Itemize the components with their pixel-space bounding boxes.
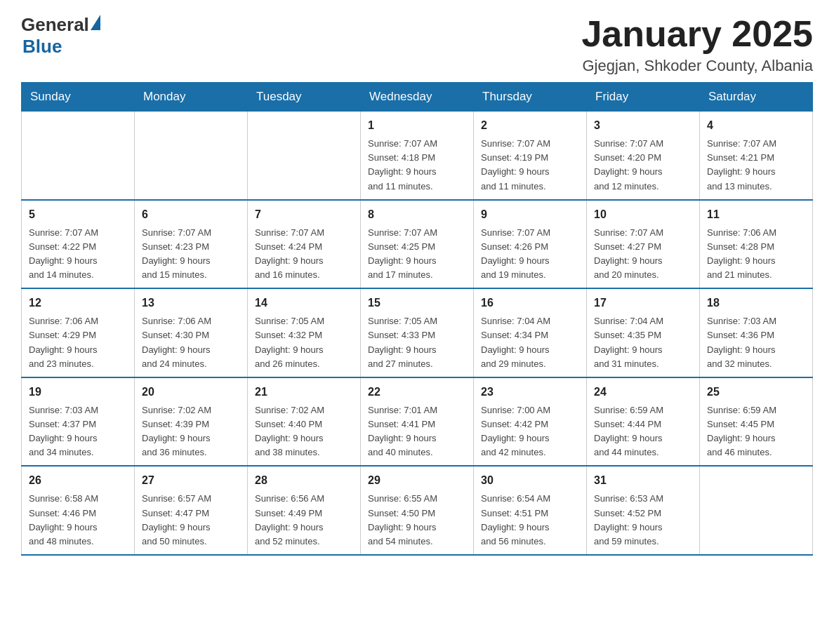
day-number: 15 xyxy=(368,295,466,311)
day-number: 30 xyxy=(481,472,579,489)
calendar-day-cell: 5Sunrise: 7:07 AM Sunset: 4:22 PM Daylig… xyxy=(22,200,135,289)
day-info: Sunrise: 7:02 AM Sunset: 4:39 PM Dayligh… xyxy=(142,403,240,460)
calendar-day-cell: 17Sunrise: 7:04 AM Sunset: 4:35 PM Dayli… xyxy=(587,288,700,377)
calendar-day-cell: 24Sunrise: 6:59 AM Sunset: 4:44 PM Dayli… xyxy=(587,377,700,467)
day-info: Sunrise: 7:01 AM Sunset: 4:41 PM Dayligh… xyxy=(368,403,466,460)
day-info: Sunrise: 7:02 AM Sunset: 4:40 PM Dayligh… xyxy=(255,403,353,460)
calendar-day-cell: 28Sunrise: 6:56 AM Sunset: 4:49 PM Dayli… xyxy=(248,466,361,555)
day-number: 10 xyxy=(594,206,692,223)
day-number: 13 xyxy=(142,295,240,311)
day-info: Sunrise: 7:07 AM Sunset: 4:27 PM Dayligh… xyxy=(594,226,692,283)
day-info: Sunrise: 7:07 AM Sunset: 4:26 PM Dayligh… xyxy=(481,226,579,283)
calendar-day-cell: 30Sunrise: 6:54 AM Sunset: 4:51 PM Dayli… xyxy=(474,466,587,555)
calendar-day-header: Sunday xyxy=(22,83,135,112)
calendar-day-cell: 7Sunrise: 7:07 AM Sunset: 4:24 PM Daylig… xyxy=(248,200,361,289)
day-info: Sunrise: 7:06 AM Sunset: 4:30 PM Dayligh… xyxy=(142,314,240,371)
calendar-day-cell: 22Sunrise: 7:01 AM Sunset: 4:41 PM Dayli… xyxy=(361,377,474,467)
calendar-day-cell: 19Sunrise: 7:03 AM Sunset: 4:37 PM Dayli… xyxy=(22,377,135,467)
day-info: Sunrise: 7:03 AM Sunset: 4:37 PM Dayligh… xyxy=(29,403,127,460)
day-info: Sunrise: 6:56 AM Sunset: 4:49 PM Dayligh… xyxy=(255,492,353,549)
day-info: Sunrise: 6:55 AM Sunset: 4:50 PM Dayligh… xyxy=(368,492,466,549)
day-info: Sunrise: 7:06 AM Sunset: 4:28 PM Dayligh… xyxy=(707,226,805,283)
calendar-day-cell: 6Sunrise: 7:07 AM Sunset: 4:23 PM Daylig… xyxy=(135,200,248,289)
day-number: 29 xyxy=(368,472,466,489)
day-info: Sunrise: 6:54 AM Sunset: 4:51 PM Dayligh… xyxy=(481,492,579,549)
calendar-week-row: 5Sunrise: 7:07 AM Sunset: 4:22 PM Daylig… xyxy=(22,200,813,289)
day-number: 24 xyxy=(594,384,692,401)
calendar-day-cell: 10Sunrise: 7:07 AM Sunset: 4:27 PM Dayli… xyxy=(587,200,700,289)
title-block: January 2025 Gjegjan, Shkoder County, Al… xyxy=(581,14,813,75)
day-number: 9 xyxy=(481,206,579,223)
calendar-day-cell: 12Sunrise: 7:06 AM Sunset: 4:29 PM Dayli… xyxy=(22,288,135,377)
calendar-day-header: Thursday xyxy=(474,83,587,112)
day-number: 31 xyxy=(594,472,692,489)
calendar-day-cell: 20Sunrise: 7:02 AM Sunset: 4:39 PM Dayli… xyxy=(135,377,248,467)
day-number: 16 xyxy=(481,295,579,311)
calendar-day-cell: 3Sunrise: 7:07 AM Sunset: 4:20 PM Daylig… xyxy=(587,112,700,200)
day-info: Sunrise: 7:07 AM Sunset: 4:19 PM Dayligh… xyxy=(481,137,579,194)
day-info: Sunrise: 7:03 AM Sunset: 4:36 PM Dayligh… xyxy=(707,314,805,371)
day-info: Sunrise: 7:07 AM Sunset: 4:22 PM Dayligh… xyxy=(29,226,127,283)
day-info: Sunrise: 6:58 AM Sunset: 4:46 PM Dayligh… xyxy=(29,492,127,549)
day-number: 25 xyxy=(707,384,805,401)
day-info: Sunrise: 7:06 AM Sunset: 4:29 PM Dayligh… xyxy=(29,314,127,371)
calendar-day-cell: 18Sunrise: 7:03 AM Sunset: 4:36 PM Dayli… xyxy=(700,288,813,377)
calendar-day-header: Saturday xyxy=(700,83,813,112)
calendar-day-cell xyxy=(135,112,248,200)
day-info: Sunrise: 7:07 AM Sunset: 4:25 PM Dayligh… xyxy=(368,226,466,283)
day-info: Sunrise: 7:07 AM Sunset: 4:24 PM Dayligh… xyxy=(255,226,353,283)
day-number: 17 xyxy=(594,295,692,311)
calendar-day-cell: 4Sunrise: 7:07 AM Sunset: 4:21 PM Daylig… xyxy=(700,112,813,200)
calendar-header-row: SundayMondayTuesdayWednesdayThursdayFrid… xyxy=(22,83,813,112)
day-number: 6 xyxy=(142,206,240,223)
calendar-day-header: Friday xyxy=(587,83,700,112)
calendar-day-cell: 9Sunrise: 7:07 AM Sunset: 4:26 PM Daylig… xyxy=(474,200,587,289)
calendar-day-cell: 21Sunrise: 7:02 AM Sunset: 4:40 PM Dayli… xyxy=(248,377,361,467)
day-number: 2 xyxy=(481,117,579,134)
day-info: Sunrise: 6:59 AM Sunset: 4:44 PM Dayligh… xyxy=(594,403,692,460)
day-number: 4 xyxy=(707,117,805,134)
day-number: 20 xyxy=(142,384,240,401)
logo-triangle-icon xyxy=(91,15,100,30)
calendar-day-cell: 11Sunrise: 7:06 AM Sunset: 4:28 PM Dayli… xyxy=(700,200,813,289)
day-number: 18 xyxy=(707,295,805,311)
calendar-day-cell: 31Sunrise: 6:53 AM Sunset: 4:52 PM Dayli… xyxy=(587,466,700,555)
calendar-week-row: 26Sunrise: 6:58 AM Sunset: 4:46 PM Dayli… xyxy=(22,466,813,555)
logo-general: General xyxy=(21,14,89,36)
calendar-week-row: 1Sunrise: 7:07 AM Sunset: 4:18 PM Daylig… xyxy=(22,112,813,200)
calendar-day-header: Tuesday xyxy=(248,83,361,112)
page-subtitle: Gjegjan, Shkoder County, Albania xyxy=(581,57,813,75)
day-info: Sunrise: 6:59 AM Sunset: 4:45 PM Dayligh… xyxy=(707,403,805,460)
day-number: 21 xyxy=(255,384,353,401)
day-number: 5 xyxy=(29,206,127,223)
day-number: 26 xyxy=(29,472,127,489)
day-number: 14 xyxy=(255,295,353,311)
calendar-day-cell: 16Sunrise: 7:04 AM Sunset: 4:34 PM Dayli… xyxy=(474,288,587,377)
calendar-day-cell: 14Sunrise: 7:05 AM Sunset: 4:32 PM Dayli… xyxy=(248,288,361,377)
day-info: Sunrise: 7:07 AM Sunset: 4:20 PM Dayligh… xyxy=(594,137,692,194)
logo: General Blue xyxy=(21,14,100,58)
day-number: 12 xyxy=(29,295,127,311)
day-info: Sunrise: 6:57 AM Sunset: 4:47 PM Dayligh… xyxy=(142,492,240,549)
page-title: January 2025 xyxy=(581,14,813,54)
day-number: 19 xyxy=(29,384,127,401)
calendar-day-cell: 8Sunrise: 7:07 AM Sunset: 4:25 PM Daylig… xyxy=(361,200,474,289)
day-number: 22 xyxy=(368,384,466,401)
day-info: Sunrise: 7:05 AM Sunset: 4:32 PM Dayligh… xyxy=(255,314,353,371)
day-number: 27 xyxy=(142,472,240,489)
day-info: Sunrise: 7:07 AM Sunset: 4:23 PM Dayligh… xyxy=(142,226,240,283)
calendar-day-cell: 25Sunrise: 6:59 AM Sunset: 4:45 PM Dayli… xyxy=(700,377,813,467)
calendar-day-cell: 27Sunrise: 6:57 AM Sunset: 4:47 PM Dayli… xyxy=(135,466,248,555)
day-info: Sunrise: 7:05 AM Sunset: 4:33 PM Dayligh… xyxy=(368,314,466,371)
calendar-day-cell: 1Sunrise: 7:07 AM Sunset: 4:18 PM Daylig… xyxy=(361,112,474,200)
calendar-week-row: 19Sunrise: 7:03 AM Sunset: 4:37 PM Dayli… xyxy=(22,377,813,467)
day-info: Sunrise: 7:00 AM Sunset: 4:42 PM Dayligh… xyxy=(481,403,579,460)
calendar-day-cell: 15Sunrise: 7:05 AM Sunset: 4:33 PM Dayli… xyxy=(361,288,474,377)
page-header: General Blue January 2025 Gjegjan, Shkod… xyxy=(21,14,813,75)
calendar-day-header: Wednesday xyxy=(361,83,474,112)
day-number: 23 xyxy=(481,384,579,401)
calendar-table: SundayMondayTuesdayWednesdayThursdayFrid… xyxy=(21,82,813,556)
day-number: 28 xyxy=(255,472,353,489)
calendar-day-header: Monday xyxy=(135,83,248,112)
calendar-day-cell: 23Sunrise: 7:00 AM Sunset: 4:42 PM Dayli… xyxy=(474,377,587,467)
